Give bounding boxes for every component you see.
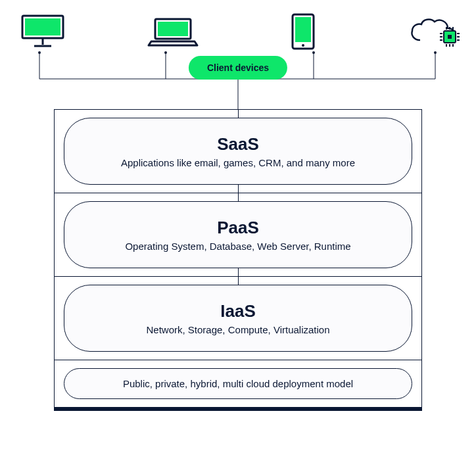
cloud-chip-icon bbox=[407, 13, 460, 49]
deployment-layer: Public, private, hybrid, multi cloud dep… bbox=[55, 360, 421, 407]
desktop-icon bbox=[16, 13, 69, 49]
devices-row bbox=[0, 0, 476, 49]
paas-layer: PaaS Operating System, Database, Web Ser… bbox=[55, 193, 421, 277]
svg-rect-5 bbox=[158, 22, 188, 36]
svg-rect-1 bbox=[25, 18, 60, 36]
deployment-text: Public, private, hybrid, multi cloud dep… bbox=[78, 378, 398, 389]
deployment-bubble: Public, private, hybrid, multi cloud dep… bbox=[64, 368, 412, 399]
client-devices-label: Client devices bbox=[189, 56, 287, 80]
svg-point-8 bbox=[302, 44, 304, 47]
paas-subtitle: Operating System, Database, Web Server, … bbox=[78, 241, 398, 252]
svg-point-28 bbox=[312, 51, 315, 54]
svg-point-30 bbox=[434, 51, 437, 54]
svg-point-24 bbox=[38, 51, 41, 54]
iaas-subtitle: Network, Storage, Compute, Virtualizatio… bbox=[78, 324, 398, 335]
paas-bubble: PaaS Operating System, Database, Web Ser… bbox=[64, 201, 412, 268]
saas-title: SaaS bbox=[78, 134, 398, 155]
iaas-layer: IaaS Network, Storage, Compute, Virtuali… bbox=[55, 277, 421, 360]
saas-layer: SaaS Applications like email, games, CRM… bbox=[55, 110, 421, 193]
phone-icon bbox=[277, 13, 329, 49]
svg-rect-7 bbox=[295, 17, 311, 42]
paas-title: PaaS bbox=[78, 218, 398, 238]
iaas-bubble: IaaS Network, Storage, Compute, Virtuali… bbox=[64, 285, 412, 352]
saas-subtitle: Applications like email, games, CRM, and… bbox=[78, 157, 398, 168]
service-stack: SaaS Applications like email, games, CRM… bbox=[54, 109, 422, 411]
iaas-title: IaaS bbox=[78, 301, 398, 321]
laptop-icon bbox=[147, 13, 199, 49]
svg-point-26 bbox=[164, 51, 167, 54]
saas-bubble: SaaS Applications like email, games, CRM… bbox=[64, 118, 412, 185]
svg-rect-10 bbox=[448, 35, 452, 39]
